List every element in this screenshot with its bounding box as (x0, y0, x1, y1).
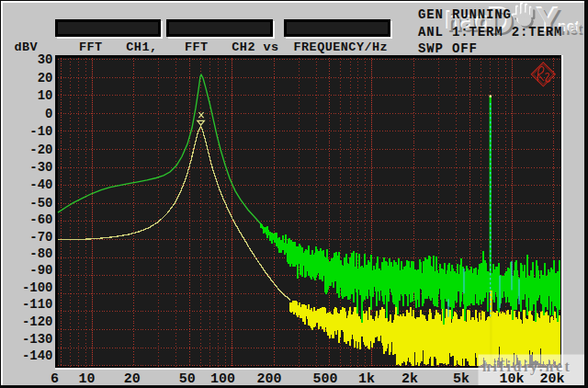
svg-text:-40: -40 (29, 177, 52, 192)
svg-text:hifidiy.net: hifidiy.net (482, 359, 572, 375)
svg-text:1k: 1k (358, 371, 375, 387)
svg-text:-80: -80 (29, 246, 52, 261)
svg-text:5k: 5k (453, 371, 469, 387)
svg-text:0: 0 (45, 107, 52, 121)
svg-text:-140: -140 (22, 348, 53, 363)
svg-text:FFT CH2 vs: FFT CH2 vs (185, 40, 279, 54)
svg-text:20: 20 (124, 371, 141, 387)
svg-text:-90: -90 (29, 263, 52, 278)
svg-text:2k: 2k (401, 371, 418, 387)
svg-text:dBV: dBV (15, 40, 39, 54)
svg-text:30: 30 (38, 52, 53, 67)
svg-text:GEN RUNNING: GEN RUNNING (418, 7, 512, 22)
svg-text:200: 200 (256, 371, 281, 387)
svg-text:-110: -110 (22, 297, 53, 312)
svg-text:6: 6 (51, 371, 59, 387)
svg-text:FFT CH1,: FFT CH1, (79, 40, 158, 54)
svg-text:10: 10 (38, 88, 53, 103)
svg-text:-10: -10 (29, 124, 52, 139)
svg-text:-100: -100 (22, 280, 53, 295)
svg-text:10: 10 (78, 371, 95, 387)
svg-text:-120: -120 (22, 314, 53, 329)
svg-text:100: 100 (210, 371, 235, 387)
svg-text:-130: -130 (22, 332, 53, 347)
svg-text:500: 500 (312, 371, 337, 387)
svg-text:SWP OFF: SWP OFF (418, 41, 478, 56)
svg-text:20: 20 (38, 71, 53, 86)
svg-text:-20: -20 (29, 143, 52, 157)
svg-text:ANL 1:TERM 2:TERM: ANL 1:TERM 2:TERM (418, 25, 562, 40)
svg-text:50: 50 (179, 371, 196, 387)
svg-text:-30: -30 (29, 160, 52, 175)
svg-text:-60: -60 (29, 212, 52, 227)
svg-text:-70: -70 (29, 230, 52, 245)
svg-text:-50: -50 (29, 196, 52, 211)
svg-text:FREQUENCY/Hz: FREQUENCY/Hz (294, 40, 389, 54)
